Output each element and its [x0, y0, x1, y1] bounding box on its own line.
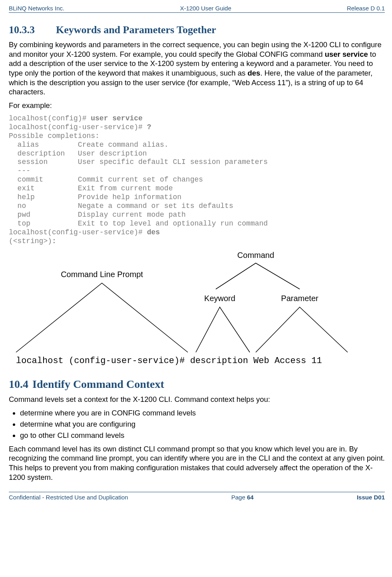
page-footer: Confidential - Restricted Use and Duplic…: [9, 492, 385, 501]
bullet-item: go to other CLI command levels: [20, 431, 385, 440]
section-title: Keywords and Parameters Together: [56, 24, 216, 36]
bullet-item: determine where you are in CONFIG comman…: [20, 408, 385, 418]
diagram-line: [16, 283, 188, 352]
diagram-line: [196, 307, 250, 352]
diagram-label-keyword: Keyword: [204, 294, 235, 303]
diagram-label-clp: Command Line Prompt: [61, 270, 143, 279]
context-bullets: determine where you are in CONFIG comman…: [9, 408, 385, 440]
intro-paragraph: By combining keywords and parameters in …: [9, 40, 385, 97]
cli-line: description User description: [9, 150, 147, 158]
cli-line: localhost(config)#: [9, 114, 91, 122]
header-right: Release D 0.1: [347, 5, 385, 12]
header-center: X-1200 User Guide: [180, 5, 231, 12]
cli-line: help Provide help information: [9, 193, 181, 201]
diagram-label-parameter: Parameter: [281, 294, 318, 303]
cli-line: exit Exit from current mode: [9, 184, 173, 192]
bold-user-service: user service: [325, 50, 368, 58]
cli-bold: user service: [91, 114, 143, 122]
cli-line: no Negate a command or set its defaults: [9, 202, 233, 210]
bold-des: des: [247, 69, 260, 77]
context-intro: Command levels set a context for the X-1…: [9, 395, 385, 404]
cli-bold: des: [147, 228, 160, 236]
footer-issue: Issue D01: [357, 494, 385, 501]
cli-line: ): [48, 237, 52, 245]
diagram-line: [256, 307, 348, 352]
context-paragraph: Each command level has its own distinct …: [9, 444, 385, 482]
cli-bold: ?: [147, 123, 151, 131]
diagram-label-command: Command: [237, 251, 274, 260]
cli-bold: :: [52, 237, 56, 245]
footer-left: Confidential - Restricted Use and Duplic…: [9, 494, 128, 501]
section-number: 10.3.3: [9, 24, 56, 36]
bullet-item: determine what you are configuring: [20, 419, 385, 429]
diagram-command-line: localhost (config-user-service)# descrip…: [16, 356, 322, 366]
cli-block: localhost(config)# user service localhos…: [9, 114, 385, 246]
cli-line: localhost(config-user-service)#: [9, 228, 147, 236]
cli-line: (: [9, 237, 13, 245]
section-number: 10.4: [9, 378, 28, 391]
section-heading-10-3-3: 10.3.3Keywords and Parameters Together: [9, 24, 385, 36]
for-example-label: For example:: [9, 101, 385, 110]
section-title: Identify Command Context: [32, 378, 164, 390]
cli-line: Possible completions:: [9, 132, 99, 140]
footer-page-label: Page: [231, 494, 247, 501]
section-heading-10-4: 10.4Identify Command Context: [9, 378, 385, 391]
command-diagram: Command Command Line Prompt Keyword Para…: [12, 249, 385, 369]
cli-line: session User specific default CLI sessio…: [9, 158, 268, 166]
page-header: BLiNQ Networks Inc. X-1200 User Guide Re…: [9, 5, 385, 13]
cli-line: alias Create command alias.: [9, 141, 169, 149]
cli-line: <string>: [13, 237, 48, 245]
diagram-line: [216, 263, 300, 289]
footer-page: Page 64: [231, 494, 254, 501]
header-left: BLiNQ Networks Inc.: [9, 5, 64, 12]
cli-line: commit Commit current set of changes: [9, 176, 203, 184]
cli-line: ---: [9, 167, 30, 175]
footer-page-number: 64: [247, 494, 254, 501]
cli-line: pwd Display current mode path: [9, 211, 186, 219]
cli-line: top Exit to top level and optionally run…: [9, 220, 268, 228]
cli-line: localhost(config-user-service)#: [9, 123, 147, 131]
